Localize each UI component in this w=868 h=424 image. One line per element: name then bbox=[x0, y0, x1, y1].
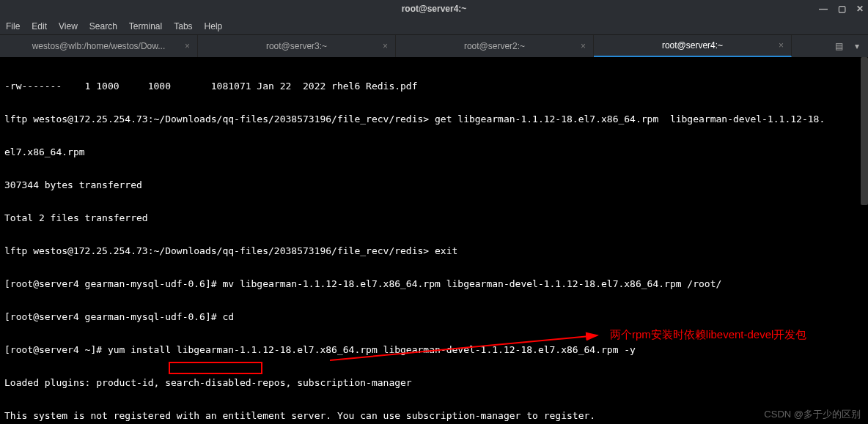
menu-bar: File Edit View Search Terminal Tabs Help bbox=[0, 18, 868, 35]
terminal-line: 307344 bytes transferred bbox=[4, 179, 864, 190]
terminal-output[interactable]: -rw------- 1 1000 1000 1081071 Jan 22 20… bbox=[0, 57, 868, 424]
tab-label: root@server2:~ bbox=[464, 41, 525, 51]
tab-label: root@server3:~ bbox=[266, 41, 327, 51]
window-titlebar: root@server4:~ — ▢ ✕ bbox=[0, 0, 868, 18]
tab-server2[interactable]: root@server2:~ × bbox=[396, 35, 594, 57]
menu-tabs[interactable]: Tabs bbox=[174, 21, 192, 31]
tab-close-icon[interactable]: × bbox=[581, 41, 586, 51]
maximize-icon[interactable]: ▢ bbox=[838, 4, 846, 14]
tab-label: root@server4:~ bbox=[662, 40, 723, 51]
menu-file[interactable]: File bbox=[6, 21, 20, 31]
minimize-icon[interactable]: — bbox=[819, 4, 828, 14]
tab-menu-icon[interactable]: ▾ bbox=[855, 41, 859, 51]
menu-terminal[interactable]: Terminal bbox=[129, 21, 162, 31]
tab-server4[interactable]: root@server4:~ × bbox=[594, 35, 792, 57]
tab-westos[interactable]: westos@wlb:/home/westos/Dow... × bbox=[0, 35, 198, 57]
window-title: root@server4:~ bbox=[402, 4, 467, 14]
terminal-line: [root@server4 ~]# yum install libgearman… bbox=[4, 344, 864, 355]
menu-edit[interactable]: Edit bbox=[32, 21, 47, 31]
terminal-line: [root@server4 gearman-mysql-udf-0.6]# mv… bbox=[4, 278, 864, 289]
tab-close-icon[interactable]: × bbox=[779, 40, 784, 51]
terminal-line: -rw------- 1 1000 1000 1081071 Jan 22 20… bbox=[4, 81, 864, 92]
close-icon[interactable]: ✕ bbox=[856, 4, 864, 14]
terminal-line: Total 2 files transferred bbox=[4, 212, 864, 223]
terminal-line: [root@server4 gearman-mysql-udf-0.6]# cd bbox=[4, 311, 864, 322]
tab-close-icon[interactable]: × bbox=[383, 41, 388, 51]
scrollbar[interactable] bbox=[861, 57, 868, 205]
tab-close-icon[interactable]: × bbox=[185, 41, 190, 51]
tab-label: westos@wlb:/home/westos/Dow... bbox=[32, 41, 166, 51]
menu-help[interactable]: Help bbox=[205, 21, 223, 31]
terminal-line: lftp westos@172.25.254.73:~/Downloads/qq… bbox=[4, 245, 864, 256]
terminal-line: Loaded plugins: product-id, search-disab… bbox=[4, 377, 864, 388]
menu-search[interactable]: Search bbox=[89, 21, 117, 31]
menu-view[interactable]: View bbox=[59, 21, 78, 31]
tab-bar: westos@wlb:/home/westos/Dow... × root@se… bbox=[0, 35, 868, 57]
overview-icon[interactable]: ▤ bbox=[835, 41, 843, 51]
tab-server3[interactable]: root@server3:~ × bbox=[198, 35, 396, 57]
terminal-line: el7.x86_64.rpm bbox=[4, 146, 864, 157]
terminal-line: This system is not registered with an en… bbox=[4, 410, 864, 421]
terminal-line: lftp westos@172.25.254.73:~/Downloads/qq… bbox=[4, 114, 864, 124]
